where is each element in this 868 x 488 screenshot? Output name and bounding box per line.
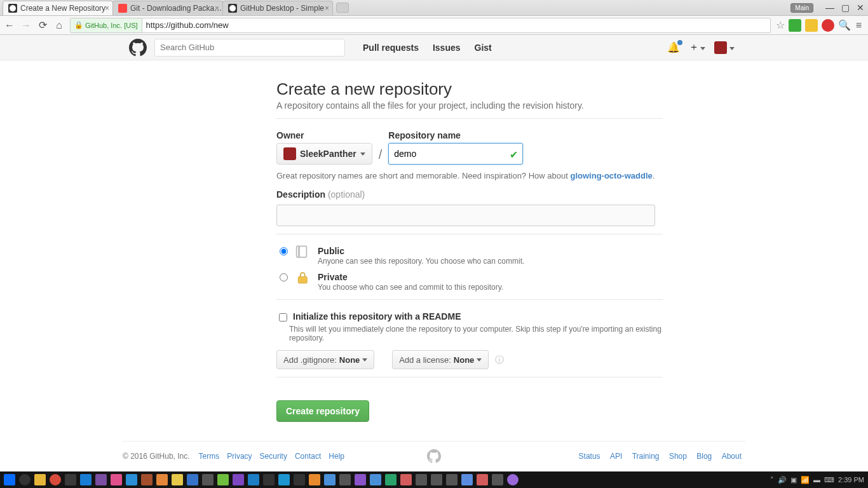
taskbar-app-icon[interactable] [95,474,107,485]
search-icon[interactable]: 🔍 [838,20,850,30]
taskbar-app-icon[interactable] [461,474,473,485]
owner-select-button[interactable]: SleekPanther [276,143,372,165]
user-menu[interactable] [710,41,739,54]
ssl-lock-chip[interactable]: 🔒 GitHub, Inc. [US] [71,18,142,32]
readme-option[interactable]: Initialize this repository with a README [276,311,663,323]
browser-tab[interactable]: Git - Downloading Packa… × [112,1,223,15]
notifications-bell-icon[interactable]: 🔔 [663,41,684,53]
start-icon[interactable] [4,474,15,485]
taskbar-app-icon[interactable] [431,474,442,485]
taskbar-app-icon[interactable] [172,474,183,485]
taskbar-app-icon[interactable] [294,474,305,485]
volume-icon[interactable]: 🔊 [778,476,787,484]
home-icon[interactable]: ⌂ [53,20,65,30]
taskbar-app-icon[interactable] [278,474,290,485]
nav-gist[interactable]: Gist [470,43,497,53]
browser-menu-icon[interactable]: ≡ [853,20,864,31]
taskbar-app-icon[interactable] [202,474,214,485]
tray-icon[interactable]: ▣ [790,476,797,484]
footer-link[interactable]: Contact [295,452,321,461]
footer-link[interactable]: Status [579,452,600,461]
public-radio[interactable] [280,247,288,255]
taskbar-app-icon[interactable] [233,474,244,485]
footer-link[interactable]: Help [329,452,344,461]
taskbar-app-icon[interactable] [339,474,351,485]
readme-checkbox[interactable] [279,313,287,322]
window-maximize-icon[interactable]: ▢ [837,3,853,13]
tray-expand-icon[interactable]: ˄ [770,476,774,484]
description-input[interactable] [276,205,655,226]
tab-close-icon[interactable]: × [215,4,219,13]
taskbar-app-icon[interactable] [156,474,168,485]
footer-link[interactable]: API [610,452,622,461]
window-close-icon[interactable]: ✕ [853,3,868,13]
create-repository-button[interactable]: Create repository [276,400,369,422]
footer-link[interactable]: Security [260,452,287,461]
forward-icon[interactable]: → [20,20,32,30]
extension-icon[interactable] [789,19,801,32]
footer-link[interactable]: Privacy [227,452,252,461]
footer-link[interactable]: Blog [696,452,712,461]
taskbar-app-icon[interactable] [80,474,92,485]
clock[interactable]: 2:39 PM [838,476,864,484]
taskbar-app-icon[interactable] [217,474,229,485]
file-explorer-icon[interactable] [34,474,46,485]
taskbar-app-icon[interactable] [126,474,137,485]
browser-tab[interactable]: GitHub Desktop - Simple × [222,1,333,15]
visibility-private-option[interactable]: Private You choose who can see and commi… [276,272,663,292]
owner-label: Owner [276,130,372,140]
github-logo-icon[interactable] [427,449,441,463]
new-tab-button[interactable] [336,3,349,13]
create-new-menu-icon[interactable]: ＋ [684,41,710,54]
tab-close-icon[interactable]: × [325,4,329,13]
network-icon[interactable]: 📶 [801,476,810,484]
taskbar-app-icon[interactable] [141,474,153,485]
address-bar[interactable]: 🔒 GitHub, Inc. [US] https://github.com/n… [70,18,771,33]
window-minimize-icon[interactable]: — [822,3,837,13]
taskbar-app-icon[interactable] [385,474,397,485]
battery-icon[interactable]: ▬ [813,476,820,484]
repo-name-input[interactable] [388,143,523,165]
extension-icon[interactable] [805,19,818,32]
taskbar-app-icon[interactable] [65,474,76,485]
taskbar-app-icon[interactable] [400,474,412,485]
nav-pull-requests[interactable]: Pull requests [358,43,424,53]
taskbar-app-icon[interactable] [248,474,259,485]
taskbar-app-icon[interactable] [446,474,458,485]
taskbar-app-icon[interactable] [416,474,427,485]
github-logo-icon[interactable] [129,39,147,57]
license-info-icon[interactable]: ⓘ [495,355,504,365]
bookmark-star-icon[interactable]: ☆ [776,19,785,31]
footer-link[interactable]: About [722,452,742,461]
taskbar-app-icon[interactable] [324,474,336,485]
footer-link[interactable]: Training [632,452,660,461]
system-tray[interactable]: ˄ 🔊 ▣ 📶 ▬ ⌨ 2:39 PM [770,476,864,484]
visibility-public-option[interactable]: Public Anyone can see this repository. Y… [276,246,663,266]
tab-close-icon[interactable]: × [105,4,109,13]
chrome-icon[interactable] [50,474,61,485]
back-icon[interactable]: ← [4,20,15,30]
browser-tab-active[interactable]: Create a New Repository × [3,1,113,15]
input-icon[interactable]: ⌨ [824,476,834,484]
nav-issues[interactable]: Issues [428,43,466,53]
site-search-input[interactable] [154,39,345,57]
windows-taskbar[interactable]: ˄ 🔊 ▣ 📶 ▬ ⌨ 2:39 PM [0,471,868,488]
cortana-icon[interactable] [19,474,31,485]
taskbar-app-icon[interactable] [111,474,122,485]
taskbar-app-icon[interactable] [187,474,198,485]
taskbar-app-icon[interactable] [507,474,519,485]
taskbar-app-icon[interactable] [370,474,381,485]
taskbar-app-icon[interactable] [477,474,488,485]
taskbar-app-icon[interactable] [263,474,275,485]
taskbar-app-icon[interactable] [492,474,503,485]
license-dropdown[interactable]: Add a license: None [392,350,489,369]
private-radio[interactable] [280,273,288,281]
gitignore-dropdown[interactable]: Add .gitignore: None [276,350,374,369]
adblock-extension-icon[interactable] [822,19,834,32]
footer-link[interactable]: Terms [199,452,220,461]
taskbar-app-icon[interactable] [309,474,320,485]
taskbar-app-icon[interactable] [355,474,366,485]
footer-link[interactable]: Shop [669,452,687,461]
reload-icon[interactable]: ⟳ [37,20,48,30]
suggestion-link[interactable]: glowing-octo-waddle [570,171,652,180]
